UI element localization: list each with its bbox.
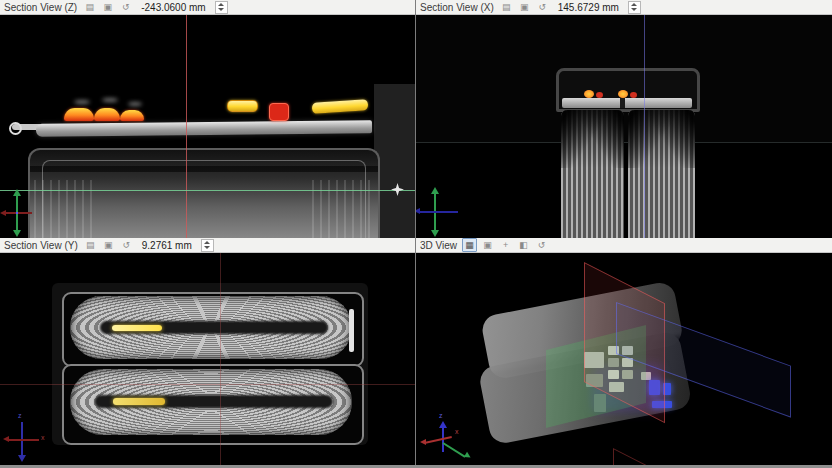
tab-highlight-top bbox=[112, 325, 162, 331]
panel-divider[interactable] bbox=[415, 0, 416, 468]
section-x-position-value[interactable]: 145.6729 mm bbox=[558, 2, 619, 13]
scatter-artifact bbox=[128, 102, 142, 106]
defect-dot bbox=[618, 90, 628, 98]
snapshot-icon[interactable]: ▤ bbox=[83, 238, 98, 252]
ct-cell-lid bbox=[36, 120, 372, 137]
snapshot-icon[interactable]: ▤ bbox=[82, 0, 97, 14]
winding-stripes-left bbox=[34, 180, 96, 238]
axis-label-x: x bbox=[41, 434, 45, 441]
section-x-title: Section View (X) bbox=[420, 2, 494, 13]
defect-dot bbox=[630, 92, 637, 98]
jelly-roll-left bbox=[561, 110, 624, 238]
viewport-section-x[interactable] bbox=[416, 14, 832, 238]
defect-square bbox=[269, 103, 289, 121]
section-x-toolbar: Section View (X) ▤ ▣ ↺ 145.6729 mm bbox=[416, 0, 832, 15]
scatter-artifact bbox=[74, 100, 90, 104]
winding-stripes-right bbox=[312, 180, 374, 238]
scatter-artifact bbox=[102, 98, 118, 102]
reset-section-icon[interactable]: ↺ bbox=[535, 0, 550, 14]
defect-dot bbox=[596, 92, 603, 98]
roll-fold-shadow bbox=[628, 110, 695, 168]
panel-section-x: Section View (X) ▤ ▣ ↺ 145.6729 mm bbox=[416, 0, 832, 238]
lock-section-icon[interactable]: ▣ bbox=[100, 0, 115, 14]
split-view-icon[interactable]: ◧ bbox=[516, 238, 531, 252]
defect-blob bbox=[94, 108, 120, 121]
ct-terminal-strip bbox=[562, 98, 692, 108]
viewport-3d[interactable]: z x bbox=[416, 252, 832, 468]
viewport-section-y[interactable]: z x bbox=[0, 252, 415, 468]
lock-section-icon[interactable]: ▣ bbox=[517, 0, 532, 14]
axis-label-x: x bbox=[455, 428, 459, 435]
section-x-spinner bbox=[628, 1, 641, 14]
tab-highlight-bottom bbox=[113, 398, 165, 405]
ct-right-wall bbox=[374, 84, 415, 238]
lock-section-icon[interactable]: ▣ bbox=[101, 238, 116, 252]
section-z-spinner bbox=[215, 1, 228, 14]
ct-terminal-pin-tip bbox=[9, 122, 22, 135]
spinner-down-button[interactable] bbox=[216, 7, 227, 13]
crosshair-vertical-red[interactable] bbox=[186, 14, 187, 238]
crosshair-horizontal-red[interactable] bbox=[0, 384, 415, 385]
defect-bar bbox=[312, 99, 369, 114]
defect-blob bbox=[120, 110, 144, 121]
section-y-position-value[interactable]: 9.2761 mm bbox=[142, 240, 192, 251]
pan-icon[interactable]: + bbox=[498, 238, 513, 252]
reset-section-icon[interactable]: ↺ bbox=[119, 238, 134, 252]
section-y-spinner bbox=[201, 239, 214, 252]
panel-section-z: Section View (Z) ▤ ▣ ↺ -243.0600 mm bbox=[0, 0, 415, 238]
side-marker-bar bbox=[349, 309, 354, 352]
reset-section-icon[interactable]: ↺ bbox=[118, 0, 133, 14]
viewport-section-z[interactable] bbox=[0, 14, 415, 238]
section-y-title: Section View (Y) bbox=[4, 240, 78, 251]
view-3d-toolbar: 3D View ▦ ▣ + ◧ ↺ bbox=[416, 238, 832, 253]
panel-3d-view: 3D View ▦ ▣ + ◧ ↺ bbox=[416, 238, 832, 468]
scene-grid-icon[interactable]: ▦ bbox=[462, 238, 477, 252]
snapshot-icon[interactable]: ▤ bbox=[499, 0, 514, 14]
section-z-position-value[interactable]: -243.0600 mm bbox=[141, 2, 205, 13]
defect-capsule bbox=[227, 100, 258, 112]
axis-label-z: z bbox=[439, 412, 443, 419]
spinner-down-button[interactable] bbox=[629, 7, 640, 13]
defect-dot bbox=[584, 90, 594, 98]
axis-label-z: z bbox=[18, 412, 22, 419]
defect-blob bbox=[64, 108, 94, 121]
crosshair-horizontal-green[interactable] bbox=[0, 190, 415, 191]
ct-inspection-app: Section View (Z) ▤ ▣ ↺ -243.0600 mm bbox=[0, 0, 832, 468]
fit-view-icon[interactable]: ▣ bbox=[480, 238, 495, 252]
spinner-down-button[interactable] bbox=[202, 245, 213, 251]
roll-fold-shadow bbox=[561, 110, 624, 168]
ct-terminal-gap bbox=[620, 98, 625, 108]
panel-section-y: Section View (Y) ▤ ▣ ↺ 9.2761 mm z bbox=[0, 238, 415, 468]
reset-view-icon[interactable]: ↺ bbox=[534, 238, 549, 252]
section-z-title: Section View (Z) bbox=[4, 2, 77, 13]
section-z-toolbar: Section View (Z) ▤ ▣ ↺ -243.0600 mm bbox=[0, 0, 415, 15]
ct-battery-front bbox=[556, 68, 700, 238]
ct-cell-case bbox=[28, 148, 380, 238]
jelly-roll-right bbox=[628, 110, 695, 238]
view-3d-title: 3D View bbox=[420, 240, 457, 251]
crosshair-vertical-red[interactable] bbox=[220, 252, 221, 468]
section-y-toolbar: Section View (Y) ▤ ▣ ↺ 9.2761 mm bbox=[0, 238, 415, 253]
crosshair-vertical-blue[interactable] bbox=[644, 14, 645, 238]
